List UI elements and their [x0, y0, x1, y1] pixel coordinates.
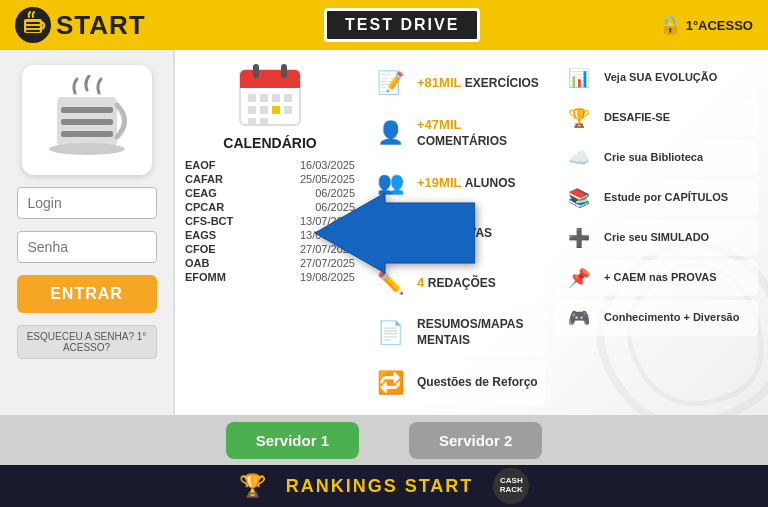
exam-date: 19/08/2025: [300, 271, 355, 283]
calendar-item: EAOF16/03/2025: [185, 159, 355, 171]
stat-icon: 👤: [371, 114, 409, 152]
exam-name: EAGS: [185, 229, 235, 241]
calendar-item: EFOMM19/08/2025: [185, 271, 355, 283]
feature-label: Estude por CAPÍTULOS: [604, 191, 728, 204]
features-container: 📊 Veja SUA EVOLUÇÃO 🏆 DESAFIE-SE ☁️ Crie…: [555, 60, 758, 336]
feature-item[interactable]: 🎮 Conhecimento + Diversão: [555, 300, 758, 336]
exam-name: EAOF: [185, 159, 235, 171]
stat-icon: 📝: [371, 64, 409, 102]
exam-date: 16/03/2025: [300, 159, 355, 171]
server-row: Servidor 1 Servidor 2: [0, 415, 768, 465]
stat-item: 👤 +47MIL COMENTÁRIOS: [365, 110, 545, 156]
coffee-logo-container: [22, 65, 152, 175]
blue-arrow: [315, 193, 475, 273]
logo-area: START: [15, 7, 146, 43]
stat-number: +47MIL: [417, 117, 461, 132]
feature-icon: ☁️: [561, 143, 596, 173]
stat-label: Questões de Reforço: [417, 375, 538, 389]
feature-icon: 📊: [561, 63, 596, 93]
stat-text: RESUMOS/MAPAS MENTAIS: [417, 317, 539, 348]
exam-date: 25/05/2025: [300, 173, 355, 185]
feature-item[interactable]: 📚 Estude por CAPÍTULOS: [555, 180, 758, 216]
login-input[interactable]: [17, 187, 157, 219]
senha-input[interactable]: [17, 231, 157, 263]
feature-icon: 📚: [561, 183, 596, 213]
stat-number: +19MIL: [417, 175, 465, 190]
svg-rect-21: [284, 106, 292, 114]
feature-item[interactable]: ☁️ Crie sua Biblioteca: [555, 140, 758, 176]
feature-icon: 🎮: [561, 303, 596, 333]
right-panel: CALENDÁRIO EAOF16/03/2025CAFAR25/05/2025…: [175, 50, 768, 415]
exam-name: CFOE: [185, 243, 235, 255]
stat-text: +19MIL ALUNOS: [417, 175, 515, 192]
svg-rect-6: [61, 119, 113, 125]
stat-label: REDAÇÕES: [428, 276, 496, 290]
calendar-icon: [235, 60, 305, 130]
svg-rect-12: [253, 64, 259, 78]
exam-name: EFOMM: [185, 271, 235, 283]
main-content: ENTRAR ESQUECEU A SENHA? 1° ACESSO?: [0, 50, 768, 415]
stat-icon: 🔁: [371, 364, 409, 402]
left-panel: ENTRAR ESQUECEU A SENHA? 1° ACESSO?: [0, 50, 175, 415]
server1-button[interactable]: Servidor 1: [226, 422, 359, 459]
feature-item[interactable]: 🏆 DESAFIE-SE: [555, 100, 758, 136]
feature-icon: 📌: [561, 263, 596, 293]
features-column: 📊 Veja SUA EVOLUÇÃO 🏆 DESAFIE-SE ☁️ Crie…: [555, 60, 758, 405]
feature-label: Crie sua Biblioteca: [604, 151, 703, 164]
rankings-text: RANKINGS START: [286, 476, 474, 497]
entrar-button[interactable]: ENTRAR: [17, 275, 157, 313]
stat-text: +47MIL COMENTÁRIOS: [417, 117, 539, 149]
exam-name: CFS-BCT: [185, 215, 235, 227]
stat-icon: 📄: [371, 314, 409, 352]
rankings-icon: 🏆: [239, 473, 266, 499]
first-access[interactable]: 🔒 1°ACESSO: [659, 14, 753, 36]
calendar-item: CAFAR25/05/2025: [185, 173, 355, 185]
feature-label: Conhecimento + Diversão: [604, 311, 739, 324]
svg-rect-19: [260, 106, 268, 114]
lock-icon: 🔒: [659, 14, 681, 36]
logo-icon: [15, 7, 51, 43]
stat-item: 📄 RESUMOS/MAPAS MENTAIS: [365, 310, 545, 356]
server2-button[interactable]: Servidor 2: [409, 422, 542, 459]
feature-label: Crie seu SIMULADO: [604, 231, 709, 244]
svg-rect-22: [248, 118, 256, 124]
calendar-icon-box: [185, 60, 355, 130]
calendar-title: CALENDÁRIO: [185, 135, 355, 151]
stat-number: +81MIL: [417, 75, 465, 90]
exam-name: CPCAR: [185, 201, 235, 213]
svg-rect-5: [61, 107, 113, 113]
feature-label: + CAEM nas PROVAS: [604, 271, 717, 284]
bottom-banner: 🏆 RANKINGS START CASHRACK: [0, 465, 768, 507]
feature-label: Veja SUA EVOLUÇÃO: [604, 71, 717, 84]
svg-rect-14: [248, 94, 256, 102]
svg-rect-11: [240, 82, 300, 88]
stat-item: 🔁 Questões de Reforço: [365, 360, 545, 406]
feature-item[interactable]: ➕ Crie seu SIMULADO: [555, 220, 758, 256]
header: START TEST DRIVE 🔒 1°ACESSO: [0, 0, 768, 50]
exam-name: OAB: [185, 257, 235, 269]
stat-text: Questões de Reforço: [417, 375, 538, 391]
feature-item[interactable]: 📊 Veja SUA EVOLUÇÃO: [555, 60, 758, 96]
svg-point-8: [49, 143, 125, 155]
forgot-password-button[interactable]: ESQUECEU A SENHA? 1° ACESSO?: [17, 325, 157, 359]
svg-rect-2: [26, 26, 40, 28]
feature-label: DESAFIE-SE: [604, 111, 670, 124]
svg-rect-1: [26, 22, 40, 24]
feature-icon: 🏆: [561, 103, 596, 133]
stat-label: RESUMOS/MAPAS MENTAIS: [417, 317, 523, 347]
exam-name: CAFAR: [185, 173, 235, 185]
stat-number: 4: [417, 275, 428, 290]
svg-rect-17: [284, 94, 292, 102]
svg-rect-20: [272, 106, 280, 114]
svg-rect-23: [260, 118, 268, 124]
feature-icon: ➕: [561, 223, 596, 253]
exam-name: CEAG: [185, 187, 235, 199]
stat-text: 4 REDAÇÕES: [417, 275, 496, 292]
stat-label: COMENTÁRIOS: [417, 134, 507, 148]
cash-rack-label: CASHRACK: [500, 477, 523, 495]
cash-rack-badge: CASHRACK: [493, 468, 529, 504]
feature-item[interactable]: 📌 + CAEM nas PROVAS: [555, 260, 758, 296]
test-drive-badge: TEST DRIVE: [324, 8, 480, 42]
stat-label: EXERCÍCIOS: [465, 76, 539, 90]
svg-rect-13: [281, 64, 287, 78]
